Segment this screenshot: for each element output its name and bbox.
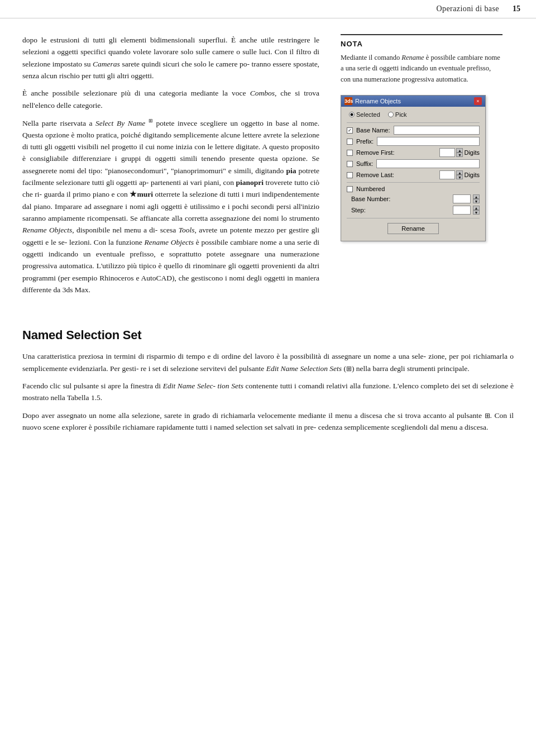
note-title: NOTA	[341, 40, 502, 48]
radio-pick-label: Pick	[395, 111, 407, 118]
radio-pick[interactable]: Pick	[388, 111, 407, 118]
dialog-app-icon: 3ds	[344, 97, 352, 105]
remove-last-spinner: ▲ ▼	[456, 170, 463, 179]
divider-3	[347, 218, 480, 218]
base-number-up[interactable]: ▲	[473, 194, 480, 199]
base-number-down[interactable]: ▼	[473, 199, 480, 203]
suffix-checkbox[interactable]	[347, 161, 353, 167]
left-column: dopo le estrusioni di tutti gli elementi…	[22, 34, 335, 301]
remove-first-row: Remove First: 0 ▲ ▼ Digits	[347, 148, 480, 157]
dialog-titlebar-left: 3ds Rename Objects	[344, 97, 401, 105]
radio-selected-dot	[349, 112, 355, 117]
radio-selected[interactable]: Selected	[349, 111, 380, 118]
radio-pick-dot	[388, 112, 394, 117]
remove-last-label: Remove Last:	[356, 172, 394, 178]
paragraph-6: Dopo aver assegnato un nome alla selezio…	[22, 410, 514, 434]
paragraph-4: Una caratteristica preziosa in termini d…	[22, 350, 514, 374]
suffix-input[interactable]	[376, 159, 480, 168]
numbered-row: Numbered	[347, 186, 480, 192]
remove-first-down[interactable]: ▼	[456, 153, 463, 157]
page-number: 15	[513, 4, 520, 13]
remove-first-checkbox[interactable]	[347, 150, 353, 156]
content-area: dopo le estrusioni di tutti gli elementi…	[0, 18, 536, 312]
divider-2	[347, 182, 480, 183]
suffix-label: Suffix:	[356, 160, 373, 167]
step-up[interactable]: ▲	[473, 206, 480, 210]
radio-selected-label: Selected	[356, 111, 380, 118]
prefix-row: Prefix:	[347, 137, 480, 146]
dialog-title: Rename Objects	[355, 98, 401, 104]
page-header: Operazioni di base 15	[0, 0, 536, 18]
dialog-radio-group: Selected Pick	[347, 111, 480, 118]
dialog-body: Selected Pick Base Name:	[341, 107, 485, 241]
paragraph-2: È anche possibile selezionare più di una…	[22, 87, 319, 111]
base-number-spinner: ▲ ▼	[473, 194, 480, 203]
dialog-titlebar: 3ds Rename Objects ×	[341, 96, 485, 107]
remove-last-up[interactable]: ▲	[456, 170, 463, 175]
remove-last-checkbox[interactable]	[347, 172, 353, 178]
full-width-section: Named Selection Set Una caratteristica p…	[0, 328, 536, 450]
paragraph-3: Nella parte riservata a Select By Name ⊞…	[22, 117, 319, 296]
numbered-checkbox[interactable]	[347, 186, 353, 192]
step-label: Step:	[351, 207, 366, 213]
note-text: Mediante il comando Rename è possibile c…	[341, 53, 502, 85]
prefix-input[interactable]	[377, 137, 480, 146]
divider-1	[347, 122, 480, 123]
paragraph-1: dopo le estrusioni di tutti gli elementi…	[22, 34, 319, 82]
page: Operazioni di base 15 dopo le estrusioni…	[0, 0, 536, 756]
dialog-close-button[interactable]: ×	[474, 97, 482, 105]
remove-last-down[interactable]: ▼	[456, 175, 463, 179]
remove-last-row: Remove Last: 0 ▲ ▼ Digits	[347, 170, 480, 179]
step-down[interactable]: ▼	[473, 210, 480, 215]
section-heading: Named Selection Set	[22, 328, 514, 343]
base-name-checkbox[interactable]	[347, 127, 353, 134]
base-name-row: Base Name:	[347, 126, 480, 135]
rename-button[interactable]: Rename	[387, 223, 439, 234]
remove-first-label: Remove First:	[356, 149, 394, 156]
prefix-label: Prefix:	[356, 138, 374, 145]
header-title: Operazioni di base	[436, 4, 499, 13]
base-name-label: Base Name:	[356, 127, 390, 134]
right-column: NOTA Mediante il comando Rename è possib…	[335, 34, 502, 301]
remove-first-suffix: Digits	[464, 149, 480, 156]
paragraph-5: Facendo clic sul pulsante si apre la fin…	[22, 380, 514, 404]
step-input[interactable]: 1	[453, 206, 471, 215]
remove-last-input[interactable]: 0	[439, 170, 455, 179]
note-box: NOTA Mediante il comando Rename è possib…	[341, 34, 502, 85]
numbered-label: Numbered	[356, 186, 385, 192]
remove-last-suffix: Digits	[464, 172, 480, 178]
step-row: Step: 1 ▲ ▼	[347, 206, 480, 215]
remove-first-up[interactable]: ▲	[456, 148, 463, 153]
base-number-input[interactable]: 0	[453, 194, 471, 203]
suffix-row: Suffix:	[347, 159, 480, 168]
prefix-checkbox[interactable]	[347, 139, 353, 145]
base-name-input[interactable]	[394, 126, 480, 135]
base-number-row: Base Number: 0 ▲ ▼	[347, 194, 480, 203]
rename-objects-dialog: 3ds Rename Objects × Selected	[341, 95, 486, 241]
remove-first-spinner: ▲ ▼	[456, 148, 463, 157]
remove-first-input[interactable]: 0	[439, 148, 455, 157]
base-number-label: Base Number:	[351, 196, 390, 202]
step-spinner: ▲ ▼	[473, 206, 480, 215]
